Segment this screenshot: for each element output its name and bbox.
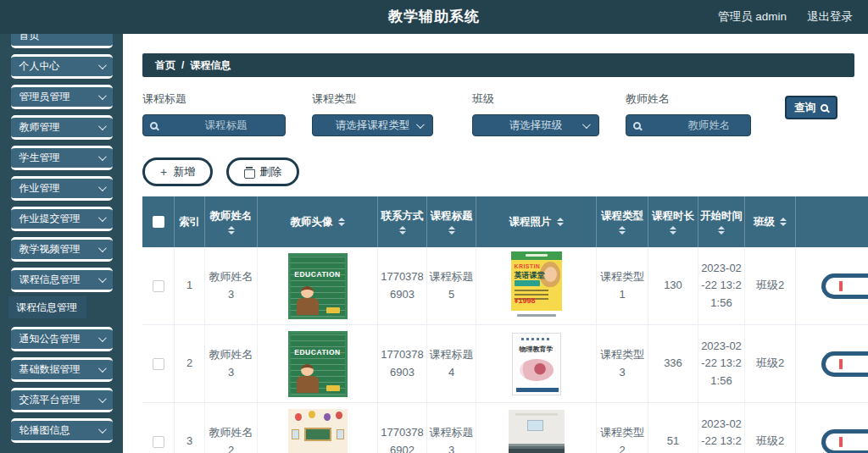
search-icon xyxy=(633,122,641,130)
main-content: 首页 / 课程信息 课程标题 课程类型 请选择课程类型 班级 请选择班级 教师姓… xyxy=(123,34,868,453)
teacher-avatar-education-image: EDUCATION xyxy=(288,253,348,319)
sort-icon[interactable] xyxy=(718,226,725,235)
chevron-down-icon xyxy=(97,395,106,403)
sidebar-item-communication-platform[interactable]: 交流平台管理 xyxy=(11,388,113,412)
column-header-class[interactable]: 班级 xyxy=(745,196,796,247)
filter-label-course-type: 课程类型 xyxy=(312,91,433,107)
sidebar-item-homework-management[interactable]: 作业管理 xyxy=(11,176,113,201)
column-header-teacher-name[interactable]: 教师姓名 xyxy=(205,196,258,247)
table-header-row: 索引 教师姓名 教师头像 联系方式 课程标题 课程照片 课程 xyxy=(142,196,868,247)
sidebar-item-homework-submission[interactable]: 作业提交管理 xyxy=(11,207,113,231)
select-all-checkbox[interactable] xyxy=(153,216,164,228)
column-header-teacher-avatar[interactable]: 教师头像 xyxy=(258,196,378,247)
sort-icon[interactable] xyxy=(670,226,676,235)
chevron-down-icon xyxy=(97,152,106,161)
sidebar-item-home[interactable]: 首页 xyxy=(11,34,113,48)
sidebar-item-teacher-management[interactable]: 教师管理 xyxy=(11,115,113,140)
sort-icon[interactable] xyxy=(399,226,406,235)
filter-label-course-title: 课程标题 xyxy=(142,91,286,107)
sidebar-item-notice-management[interactable]: 通知公告管理 xyxy=(11,327,113,351)
row-checkbox[interactable] xyxy=(153,436,164,448)
breadcrumb-current: 课程信息 xyxy=(190,58,231,73)
course-photo-classroom-image xyxy=(509,410,565,453)
course-photo-english-ad-image: KRISTIN 英语课堂 ¥1998 xyxy=(511,251,562,321)
action-label-partial xyxy=(839,281,843,291)
sidebar-item-student-management[interactable]: 学生管理 xyxy=(11,146,113,170)
row-checkbox[interactable] xyxy=(153,280,164,292)
teacher-name-input[interactable] xyxy=(641,119,777,131)
course-type-select[interactable]: 请选择课程类型 xyxy=(312,114,433,136)
delete-button[interactable]: 删除 xyxy=(226,157,299,186)
column-header-course-photo[interactable]: 课程照片 xyxy=(476,196,597,247)
teacher-avatar-education-image: EDUCATION xyxy=(288,331,348,397)
filter-label-teacher-name: 教师姓名 xyxy=(626,91,751,107)
plus-icon: + xyxy=(160,166,167,178)
search-icon xyxy=(150,122,158,130)
action-label-partial xyxy=(839,359,843,369)
chevron-down-icon xyxy=(97,91,106,100)
breadcrumb-separator: / xyxy=(181,59,184,71)
column-header-duration[interactable]: 课程时长 xyxy=(648,196,698,247)
table-row: 2 教师姓名3 EDUCATION 17703786903 课程标题4 物理教育… xyxy=(142,325,868,403)
course-table: 索引 教师姓名 教师头像 联系方式 课程标题 课程照片 课程 xyxy=(142,196,868,453)
chevron-down-icon xyxy=(97,334,106,342)
chevron-down-icon xyxy=(97,122,106,130)
table-row: 3 教师姓名2 17703 xyxy=(142,403,868,453)
chevron-down-icon xyxy=(582,120,591,129)
sort-icon[interactable] xyxy=(448,226,455,235)
sort-icon[interactable] xyxy=(619,226,626,235)
sidebar-item-personal-center[interactable]: 个人中心 xyxy=(11,54,113,79)
logout-link[interactable]: 退出登录 xyxy=(807,9,853,25)
trash-icon xyxy=(244,167,253,177)
column-header-contact[interactable]: 联系方式 xyxy=(378,196,427,247)
sidebar-item-basic-data[interactable]: 基础数据管理 xyxy=(11,357,113,382)
sidebar-item-course-info[interactable]: 课程信息管理 xyxy=(11,268,113,292)
teacher-avatar-classroom-cartoon-image xyxy=(288,409,348,453)
add-button[interactable]: + 新增 xyxy=(142,157,213,186)
current-user-label: 管理员 admin xyxy=(718,9,787,25)
action-label-partial xyxy=(839,437,843,447)
column-header-course-type[interactable]: 课程类型 xyxy=(597,196,648,247)
chevron-down-icon xyxy=(97,425,106,434)
search-icon xyxy=(821,104,828,112)
row-action-button[interactable] xyxy=(821,429,868,453)
chevron-down-icon xyxy=(97,183,106,191)
top-bar: 教学辅助系统 管理员 admin 退出登录 xyxy=(0,0,868,34)
row-action-button[interactable] xyxy=(821,273,868,299)
teacher-name-field[interactable] xyxy=(626,114,751,136)
sidebar-item-carousel-info[interactable]: 轮播图信息 xyxy=(11,418,113,443)
breadcrumb-home[interactable]: 首页 xyxy=(155,58,175,73)
sort-icon[interactable] xyxy=(228,226,235,235)
sort-icon[interactable] xyxy=(338,218,345,226)
sidebar-subitem-course-info-active[interactable]: 课程信息管理 xyxy=(8,296,86,318)
course-title-field[interactable] xyxy=(142,114,286,136)
sidebar: 首页 个人中心 管理员管理 教师管理 学生管理 作业管理 作业提交管理 教学视频… xyxy=(0,34,123,453)
column-header-course-title[interactable]: 课程标题 xyxy=(427,196,476,247)
course-photo-physics-book-image: 物理教育学 xyxy=(512,333,561,395)
row-checkbox[interactable] xyxy=(153,358,164,370)
column-header-start-time[interactable]: 开始时间 xyxy=(698,196,745,247)
sidebar-item-admin-management[interactable]: 管理员管理 xyxy=(11,85,113,109)
filter-label-class: 班级 xyxy=(472,91,599,107)
class-select[interactable]: 请选择班级 xyxy=(472,114,599,136)
chevron-down-icon xyxy=(97,274,106,283)
sort-icon[interactable] xyxy=(780,218,787,226)
chevron-down-icon xyxy=(97,364,106,373)
row-action-button[interactable] xyxy=(821,351,868,377)
chevron-down-icon xyxy=(416,120,425,129)
sort-icon[interactable] xyxy=(557,218,564,226)
table-row: 1 教师姓名3 EDUCATION 17703786903 课程标题5 KRIS… xyxy=(142,247,868,325)
breadcrumb: 首页 / 课程信息 xyxy=(142,53,854,77)
chevron-down-icon xyxy=(97,61,106,69)
chevron-down-icon xyxy=(97,213,106,222)
course-title-input[interactable] xyxy=(158,119,294,131)
query-button[interactable]: 查询 xyxy=(785,96,837,119)
sidebar-item-teaching-video[interactable]: 教学视频管理 xyxy=(11,237,113,262)
chevron-down-icon xyxy=(97,244,106,252)
